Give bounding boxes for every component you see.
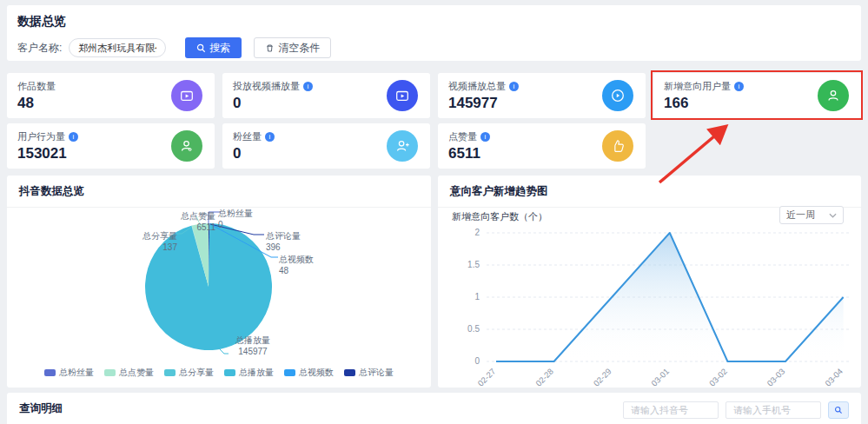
date-range-value: 近一周 [786, 209, 815, 222]
query-detail-controls [623, 401, 849, 419]
info-icon[interactable]: i [509, 82, 519, 91]
intent-trend-line-chart[interactable]: 21.510.5002-2702-2802-2903-0103-0203-030… [441, 226, 858, 386]
legend-label: 总评论量 [359, 367, 394, 379]
legend-item[interactable]: 总播放量 [224, 367, 274, 379]
stat-card-ad-plays: 投放视频播放量i 0 [222, 73, 430, 118]
stat-label: 用户行为量 [17, 130, 65, 143]
info-icon[interactable]: i [480, 132, 490, 142]
phone-input[interactable] [726, 401, 821, 419]
video-icon [171, 80, 202, 111]
pie-label-plays: 总播放量145977 [214, 335, 292, 357]
svg-text:02-27: 02-27 [475, 367, 497, 386]
search-icon [196, 43, 206, 53]
filter-row: 客户名称: 搜索 清空条件 [17, 37, 861, 58]
chevron-down-icon [829, 213, 837, 218]
pie-label-fans: 总粉丝量0 [218, 208, 279, 230]
svg-text:1: 1 [474, 292, 480, 301]
stat-card-fans: 粉丝量i 0 [222, 123, 430, 169]
legend-swatch [224, 369, 235, 376]
legend-item[interactable]: 总粉丝量 [44, 367, 94, 379]
query-detail-title: 查询明细 [19, 401, 63, 416]
page-title: 数据总览 [7, 5, 861, 30]
info-icon[interactable]: i [69, 132, 78, 142]
legend-swatch [164, 369, 176, 376]
trend-subtitle: 新增意向客户数（个） [452, 210, 547, 223]
stat-card-likes: 点赞量i 6511 [438, 123, 646, 169]
clear-button-label: 清空条件 [278, 41, 320, 56]
clear-conditions-button[interactable]: 清空条件 [254, 37, 331, 58]
legend-label: 总粉丝量 [59, 367, 94, 379]
stat-label: 粉丝量 [233, 130, 262, 143]
svg-text:03-03: 03-03 [765, 367, 786, 386]
legend-label: 总分享量 [179, 367, 214, 379]
stat-label: 新增意向用户量 [664, 80, 731, 93]
svg-text:02-28: 02-28 [533, 367, 555, 386]
info-icon[interactable]: i [734, 82, 744, 91]
legend-item[interactable]: 总分享量 [164, 367, 214, 379]
svg-text:1.5: 1.5 [467, 260, 480, 269]
pie-legend: 总粉丝量总点赞量总分享量总播放量总视频数总评论量 [7, 367, 431, 379]
user-icon [818, 80, 849, 111]
pie-label-shares: 总分享量137 [103, 230, 177, 253]
legend-item[interactable]: 总视频数 [284, 367, 334, 379]
video-play-icon [387, 80, 418, 111]
legend-swatch [344, 369, 355, 376]
legend-item[interactable]: 总评论量 [344, 367, 394, 379]
info-icon[interactable]: i [303, 82, 313, 91]
douyin-panel-title: 抖音数据总览 [7, 176, 431, 208]
header-panel: 数据总览 客户名称: 搜索 清空条件 [7, 5, 861, 61]
stat-label: 视频播放总量 [448, 80, 506, 93]
legend-swatch [284, 369, 295, 376]
detail-search-button[interactable] [828, 401, 849, 419]
stat-card-user-actions: 用户行为量i 153021 [7, 123, 215, 169]
clear-icon [265, 43, 275, 53]
pie-label-videos: 总视频数48 [279, 254, 348, 276]
douyin-overview-panel: 抖音数据总览 总点赞量6511 总粉丝量0 总评论量396 总视频数48 总分享… [7, 176, 431, 388]
query-detail-bar: 查询明细 [7, 393, 861, 424]
search-button[interactable]: 搜索 [185, 37, 242, 58]
stat-card-new-intent-users: 新增意向用户量i 166 [653, 73, 861, 118]
svg-text:0: 0 [474, 356, 480, 366]
legend-label: 总视频数 [299, 367, 334, 379]
svg-text:03-01: 03-01 [649, 367, 671, 386]
pie-label-comments: 总评论量396 [266, 230, 335, 253]
svg-text:03-04: 03-04 [823, 367, 845, 386]
user-star-icon [171, 130, 202, 162]
stat-label: 投放视频播放量 [233, 80, 300, 93]
stat-card-total-plays: 视频播放总量i 145977 [438, 73, 646, 118]
legend-swatch [104, 369, 116, 376]
date-range-select[interactable]: 近一周 [779, 206, 844, 224]
info-icon[interactable]: i [265, 132, 275, 142]
stat-label: 作品数量 [17, 80, 56, 93]
user-add-icon [387, 130, 418, 162]
stat-card-works: 作品数量 48 [7, 73, 215, 118]
legend-item[interactable]: 总点赞量 [104, 367, 154, 379]
trend-panel-title: 意向客户新增趋势图 [438, 176, 861, 208]
thumb-up-icon [602, 130, 633, 162]
play-circle-icon [602, 80, 633, 111]
legend-label: 总点赞量 [119, 367, 154, 379]
svg-text:02-29: 02-29 [592, 367, 613, 386]
intent-trend-panel: 意向客户新增趋势图 新增意向客户数（个） 近一周 21.510.5002-270… [438, 176, 861, 388]
search-icon [834, 406, 843, 414]
legend-label: 总播放量 [239, 367, 274, 379]
search-button-label: 搜索 [209, 41, 230, 56]
douyin-id-input[interactable] [623, 401, 719, 419]
customer-name-label: 客户名称: [17, 41, 62, 56]
legend-swatch [44, 369, 56, 376]
stat-label: 点赞量 [448, 130, 477, 143]
svg-text:2: 2 [474, 228, 480, 237]
svg-text:0.5: 0.5 [467, 324, 480, 334]
customer-name-input[interactable] [69, 38, 166, 57]
svg-text:03-02: 03-02 [707, 367, 729, 386]
